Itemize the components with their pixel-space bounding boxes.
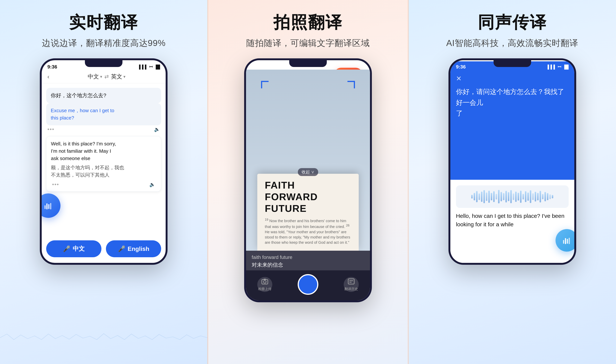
source-text: faith forward future (252, 254, 364, 260)
status-time-1: 9:36 (47, 64, 57, 70)
book-title: FAITH FORWARD FUTURE (265, 179, 351, 214)
btn-en-label: English (128, 246, 150, 252)
status-icons-1: ▌▌▌ 𝄩 ▐█ (139, 65, 160, 69)
more-dots-2[interactable]: ••• (52, 181, 59, 188)
back-button[interactable]: ‹ (47, 73, 49, 80)
upload-label: 相册上传 (258, 287, 272, 291)
signal-icon-3: ▌▌▌ (548, 65, 557, 69)
msg-en-text: Well, is it this place? I'm sorry, I'm n… (51, 140, 156, 162)
svg-rect-2 (48, 204, 49, 209)
phone-notch-2 (289, 60, 327, 67)
svg-rect-3 (50, 203, 51, 209)
speaker-icon-2[interactable]: 🔈 (149, 182, 155, 187)
wifi-icon: 𝄩 (149, 65, 153, 69)
chat-area: 你好，这个地方怎么去? Excuse me，how can I get to t… (42, 83, 166, 237)
bottom-bar-1: 🎤 中文 🎤 English (42, 237, 166, 263)
phone-mockup-2: ∨ 收起 ∨ FAITH FORWARD FUTURE 19 Now t (244, 58, 372, 302)
svg-rect-17 (569, 238, 570, 244)
status-time-3: 9:36 (456, 64, 466, 70)
camera-toolbar: 相册上传 翻译历史 (246, 270, 370, 300)
lang-to[interactable]: 英文 ▾ (111, 73, 125, 80)
svg-rect-16 (567, 239, 568, 244)
panel1-subtitle: 边说边译，翻译精准度高达99% (42, 37, 166, 49)
phone-notch-3 (493, 60, 531, 67)
svg-point-9 (263, 281, 266, 283)
msg-controls-1: ••• 🔈 (46, 125, 161, 132)
msg-box-1: 你好，这个地方怎么去? Excuse me，how can I get to t… (46, 88, 161, 132)
history-label: 翻译历史 (344, 287, 358, 291)
svg-rect-1 (46, 203, 48, 209)
camera-view: 收起 ∨ FAITH FORWARD FUTURE 19 Now the bro… (246, 70, 370, 251)
mic-blob-decoration-3 (556, 229, 576, 252)
phone-mockup-1: 9:36 ▌▌▌ 𝄩 ▐█ ‹ 中文 ▾ ⇄ 英文 ▾ (40, 58, 167, 265)
battery-icon-3: ▐█ (563, 65, 568, 69)
btn-chinese[interactable]: 🎤 中文 (46, 240, 101, 257)
msg-zh-text: 额，是这个地方吗，对不起，我也 不太熟悉，可以问下其他人 (51, 164, 156, 179)
english-result-text: Hello, how can I get to this place? I've… (456, 212, 569, 229)
target-text: 对未来的信念 (252, 261, 364, 269)
translation-strip: faith forward future 对未来的信念 (246, 251, 370, 270)
mic-icon-en: 🎤 (118, 245, 125, 252)
lang-from[interactable]: 中文 ▾ (88, 73, 102, 80)
phone-notch-1 (85, 60, 123, 67)
msg-controls-2: ••• 🔈 (51, 181, 156, 188)
book-page: 收起 ∨ FAITH FORWARD FUTURE 19 Now the bro… (257, 174, 359, 251)
btn-zh-label: 中文 (73, 245, 85, 253)
chinese-speech-text: 你好，请问这个地方怎么去？我找了好一会儿 了 (456, 86, 569, 119)
panel2-title: 拍照翻译 (274, 11, 342, 34)
phone-bottom-white: Hello, how can I get to this place? I've… (450, 180, 574, 263)
corner-tl (261, 81, 269, 88)
wifi-icon-3: 𝄩 (558, 65, 561, 69)
book-body-text: 19 Now the brother and his brothers' com… (265, 218, 351, 245)
signal-icon: ▌▌▌ (139, 65, 148, 69)
battery-icon: ▐█ (154, 65, 160, 69)
waveform-card (456, 185, 569, 208)
shutter-button[interactable] (298, 274, 318, 295)
msg-translated-text: Excuse me，how can I get to this place? (46, 103, 161, 125)
svg-rect-0 (44, 205, 46, 209)
mic-waves-icon-3 (561, 235, 573, 246)
close-button[interactable]: ✕ (456, 75, 569, 83)
waveform-decoration-1 (0, 330, 207, 345)
panel-realtime: 实时翻译 边说边译，翻译精准度高达99% 9:36 ▌▌▌ 𝄩 ▐█ ‹ 中文 … (0, 0, 207, 364)
phone-top-blue: ✕ 你好，请问这个地方怎么去？我找了好一会儿 了 (450, 71, 574, 180)
panel-simultaneous: 同声传译 AI智能高科技，高效流畅实时翻译 9:36 ▌▌▌ 𝄩 ▐█ ✕ 你好… (409, 0, 616, 364)
swap-icon[interactable]: ⇄ (104, 74, 109, 80)
status-icons-3: ▌▌▌ 𝄩 ▐█ (548, 65, 569, 69)
panel3-title: 同声传译 (478, 11, 547, 34)
svg-rect-10 (264, 279, 266, 280)
panel3-subtitle: AI智能高科技，高效流畅实时翻译 (446, 37, 578, 49)
mic-waves-icon (43, 200, 54, 211)
svg-rect-11 (348, 279, 354, 284)
wave-bars (471, 189, 553, 204)
history-btn[interactable]: 翻译历史 (344, 277, 359, 292)
more-dots-1[interactable]: ••• (47, 126, 55, 132)
panel-photo: 拍照翻译 随拍随译，可编辑文字翻译区域 ∨ (207, 0, 409, 364)
upload-btn[interactable]: 相册上传 (257, 277, 272, 292)
panel2-subtitle: 随拍随译，可编辑文字翻译区域 (246, 37, 370, 49)
phone-nav-1: ‹ 中文 ▾ ⇄ 英文 ▾ (42, 71, 166, 83)
svg-rect-15 (565, 238, 566, 244)
corner-tr (347, 81, 355, 88)
upload-icon (261, 278, 269, 285)
msg-box-2: Well, is it this place? I'm sorry, I'm n… (46, 136, 161, 192)
svg-rect-14 (563, 240, 564, 244)
history-icon (347, 278, 355, 285)
panel1-title: 实时翻译 (69, 11, 138, 34)
collapse-button[interactable]: 收起 ∨ (298, 168, 318, 176)
lang-selector: 中文 ▾ ⇄ 英文 ▾ (53, 73, 160, 80)
btn-english[interactable]: 🎤 English (106, 240, 161, 257)
speaker-icon-1[interactable]: 🔈 (154, 127, 160, 132)
phone-mockup-3: 9:36 ▌▌▌ 𝄩 ▐█ ✕ 你好，请问这个地方怎么去？我找了好一会儿 了 (449, 58, 576, 265)
mic-icon-zh: 🎤 (63, 245, 70, 252)
msg-source-text: 你好，这个地方怎么去? (46, 88, 161, 103)
